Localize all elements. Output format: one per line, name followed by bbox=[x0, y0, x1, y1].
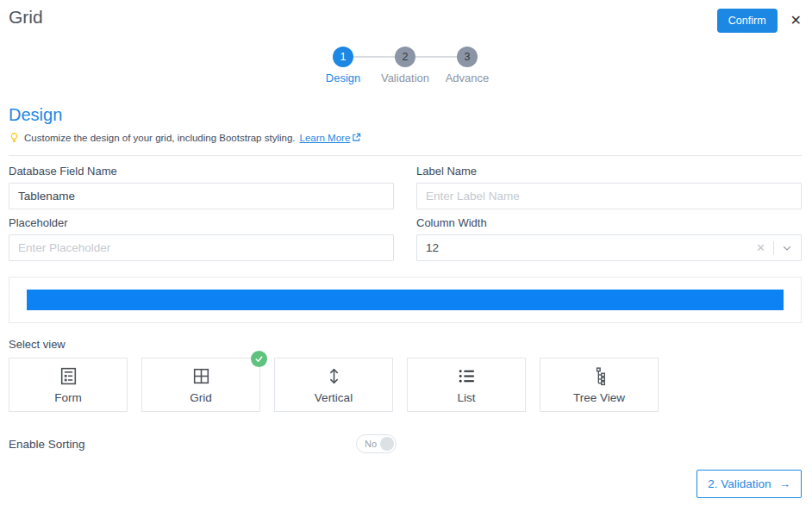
select-separator bbox=[773, 241, 774, 255]
enable-sorting-toggle[interactable]: No bbox=[356, 434, 397, 453]
database-field-name-input[interactable] bbox=[9, 183, 394, 209]
section-divider bbox=[9, 155, 802, 156]
select-view-label: Select view bbox=[9, 338, 802, 351]
column-width-label: Column Width bbox=[416, 216, 802, 229]
enable-sorting-row: Enable Sorting No bbox=[9, 434, 802, 453]
tip-row: Customize the design of your grid, inclu… bbox=[9, 132, 802, 143]
view-option-grid-label: Grid bbox=[190, 391, 212, 404]
vertical-arrows-icon bbox=[323, 365, 345, 387]
column-width-preview bbox=[9, 277, 802, 323]
toggle-knob[interactable] bbox=[380, 437, 394, 451]
column-width-value: 12 bbox=[426, 241, 756, 254]
next-step-button[interactable]: 2. Validation → bbox=[696, 470, 802, 498]
page-title: Grid bbox=[9, 7, 43, 28]
tip-text: Customize the design of your grid, inclu… bbox=[24, 133, 296, 143]
arrow-right-icon: → bbox=[779, 477, 791, 490]
step-validation-number: 2 bbox=[395, 47, 415, 67]
view-option-grid[interactable]: Grid bbox=[141, 358, 260, 412]
design-form: Database Field Name Label Name Placehold… bbox=[9, 165, 802, 268]
view-option-form[interactable]: Form bbox=[9, 358, 128, 412]
view-option-form-label: Form bbox=[54, 391, 82, 404]
placeholder-input[interactable] bbox=[9, 234, 394, 261]
view-options: Form Grid bbox=[9, 358, 802, 412]
view-option-list-label: List bbox=[457, 391, 475, 404]
grid-icon bbox=[191, 365, 212, 387]
column-width-select[interactable]: 12 ✕ bbox=[416, 234, 802, 261]
tree-icon bbox=[589, 365, 610, 387]
label-name-label: Label Name bbox=[416, 165, 802, 178]
step-design-number: 1 bbox=[333, 47, 353, 67]
step-advance-number: 3 bbox=[457, 47, 478, 67]
dialog-header: Grid Confirm ✕ bbox=[9, 0, 802, 33]
field-database-field-name: Database Field Name bbox=[9, 165, 394, 209]
view-option-vertical-label: Vertical bbox=[315, 391, 353, 404]
step-advance-label: Advance bbox=[446, 72, 490, 84]
view-option-list[interactable]: List bbox=[407, 358, 526, 412]
step-design-label: Design bbox=[326, 72, 360, 84]
list-icon bbox=[456, 365, 478, 387]
next-step-label: 2. Validation bbox=[708, 477, 771, 490]
view-option-vertical[interactable]: Vertical bbox=[274, 358, 393, 412]
step-design[interactable]: 1 Design bbox=[312, 47, 374, 84]
label-name-input[interactable] bbox=[416, 183, 802, 209]
step-advance[interactable]: 3 Advance bbox=[436, 47, 498, 84]
placeholder-label: Placeholder bbox=[9, 216, 394, 229]
clear-icon[interactable]: ✕ bbox=[756, 241, 765, 254]
learn-more-link[interactable]: Learn More bbox=[300, 133, 362, 143]
field-label-name: Label Name bbox=[416, 165, 802, 209]
header-actions: Confirm ✕ bbox=[717, 9, 802, 33]
enable-sorting-label: Enable Sorting bbox=[9, 438, 356, 451]
view-option-tree-view-label: Tree View bbox=[573, 391, 625, 404]
toggle-state-label: No bbox=[365, 439, 377, 449]
confirm-button[interactable]: Confirm bbox=[717, 9, 778, 33]
database-field-name-label: Database Field Name bbox=[9, 165, 394, 178]
column-width-preview-bar bbox=[27, 290, 784, 310]
section-heading: Design bbox=[9, 105, 802, 125]
selected-check-icon bbox=[251, 351, 267, 367]
grid-settings-dialog: Grid Confirm ✕ 1 Design 2 Validation 3 A… bbox=[0, 0, 812, 505]
external-link-icon bbox=[352, 133, 361, 142]
close-icon[interactable]: ✕ bbox=[790, 14, 802, 28]
chevron-down-icon[interactable] bbox=[782, 243, 792, 253]
lightbulb-icon bbox=[9, 132, 20, 143]
footer: 2. Validation → bbox=[696, 470, 802, 498]
step-validation[interactable]: 2 Validation bbox=[374, 47, 436, 84]
field-column-width: Column Width 12 ✕ bbox=[416, 216, 802, 261]
form-icon bbox=[58, 365, 79, 387]
wizard-stepper: 1 Design 2 Validation 3 Advance bbox=[9, 47, 802, 84]
field-placeholder: Placeholder bbox=[9, 216, 394, 261]
view-option-tree-view[interactable]: Tree View bbox=[540, 358, 659, 412]
step-validation-label: Validation bbox=[381, 72, 429, 84]
learn-more-label: Learn More bbox=[300, 133, 351, 143]
